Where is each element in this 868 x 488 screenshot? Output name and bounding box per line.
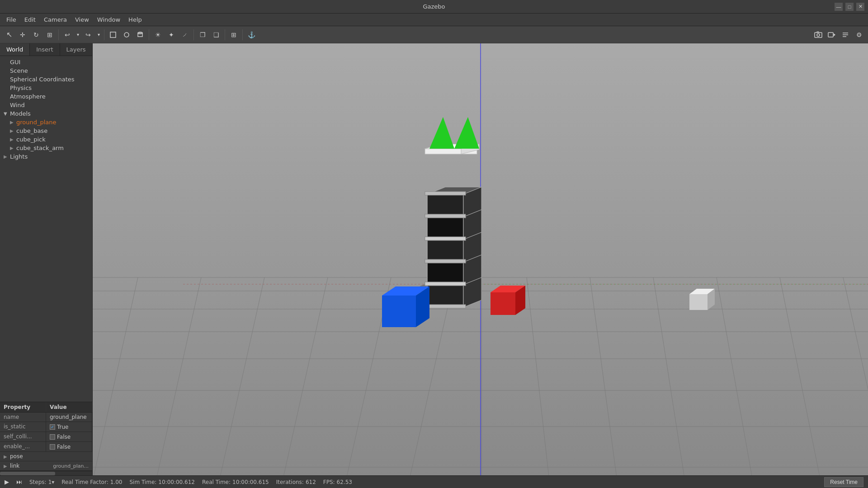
tab-world[interactable]: World — [0, 43, 30, 56]
steps-label: Steps: — [29, 479, 47, 485]
tab-layers[interactable]: Layers — [60, 43, 93, 56]
undo-dropdown[interactable]: ▾ — [75, 28, 81, 41]
tree-item-cube-pick[interactable]: ▶ cube_pick — [0, 135, 92, 144]
horizontal-scrollbar[interactable] — [0, 471, 92, 475]
tree-label-cube-base: cube_base — [16, 127, 47, 134]
svg-rect-68 — [382, 296, 416, 327]
snap-button[interactable]: ⚓ — [245, 28, 258, 41]
step-button[interactable]: ⏭ — [16, 479, 22, 485]
align-button[interactable]: ⊞ — [227, 28, 240, 41]
tab-insert[interactable]: Insert — [30, 43, 60, 56]
svg-rect-4 — [815, 33, 822, 38]
cylinder-shape-button[interactable] — [134, 28, 146, 41]
options-button[interactable]: ⚙ — [853, 28, 865, 41]
record-button[interactable] — [826, 28, 838, 41]
svg-marker-8 — [834, 33, 835, 36]
undo-button[interactable]: ↩ — [61, 28, 74, 41]
tree-item-lights[interactable]: ▶ Lights — [0, 152, 92, 161]
scale-tool[interactable]: ⊞ — [43, 28, 56, 41]
fps-label: FPS: — [323, 479, 335, 485]
enable-checkbox[interactable]: ✓ — [50, 444, 55, 450]
menu-help[interactable]: Help — [125, 15, 146, 24]
tree-item-models[interactable]: ▼ Models — [0, 109, 92, 118]
menu-camera[interactable]: Camera — [40, 15, 71, 24]
steps-dropdown[interactable]: 1▾ — [48, 479, 55, 485]
reset-time-button[interactable]: Reset Time — [824, 477, 863, 487]
arrow-models: ▼ — [4, 111, 10, 116]
tree-label-scene: Scene — [10, 67, 28, 74]
menu-file[interactable]: File — [3, 15, 20, 24]
svg-rect-74 — [689, 294, 708, 310]
props-header-property: Property — [0, 402, 46, 412]
svg-rect-46 — [425, 282, 466, 286]
tree-item-gui[interactable]: GUI — [0, 58, 92, 66]
tree-item-ground-plane[interactable]: ▶ ground_plane — [0, 118, 92, 127]
svg-rect-53 — [427, 217, 463, 239]
viewport[interactable] — [93, 43, 868, 475]
maximize-button[interactable]: □ — [845, 3, 854, 11]
tree-label-models: Models — [10, 110, 31, 117]
svg-rect-56 — [425, 237, 466, 240]
tree-item-spherical-coords[interactable]: Spherical Coordinates — [0, 75, 92, 84]
play-button[interactable]: ▶ — [5, 479, 9, 485]
log-button[interactable] — [839, 28, 852, 41]
arrow-link: ▶ — [4, 464, 10, 469]
sphere-shape-button[interactable] — [120, 28, 133, 41]
tree-item-physics[interactable]: Physics — [0, 84, 92, 92]
is-static-checkbox[interactable]: ✓ — [50, 424, 55, 430]
svg-rect-43 — [427, 262, 463, 285]
properties-panel: Property Value name ground_plane is_stat… — [0, 402, 92, 471]
props-row-link[interactable]: ▶ link ground_plan... — [0, 461, 92, 471]
arrow-cube-pick: ▶ — [10, 137, 16, 142]
menu-view[interactable]: View — [71, 15, 93, 24]
props-value-is-static[interactable]: ✓ True — [46, 422, 92, 432]
menu-window[interactable]: Window — [94, 15, 124, 24]
tree-label-wind: Wind — [10, 102, 25, 108]
tree-item-cube-stack-arm[interactable]: ▶ cube_stack_arm — [0, 144, 92, 152]
sun-light-button[interactable]: ☀ — [151, 28, 164, 41]
tree-item-atmosphere[interactable]: Atmosphere — [0, 92, 92, 101]
menu-edit[interactable]: Edit — [21, 15, 39, 24]
fps-value: 62.53 — [337, 479, 352, 485]
menubar: File Edit Camera View Window Help — [0, 14, 868, 26]
props-label-pose: pose — [10, 453, 23, 460]
sim-time-value: 10:00:00.612 — [158, 479, 195, 485]
sim-time-item: Sim Time: 10:00:00.612 — [129, 479, 195, 485]
svg-rect-62 — [425, 192, 466, 195]
spot-light-button[interactable]: ⟋ — [179, 28, 191, 41]
sep1 — [58, 29, 59, 40]
svg-rect-58 — [427, 194, 463, 217]
props-header: Property Value — [0, 402, 92, 413]
box-shape-button[interactable] — [107, 28, 119, 41]
close-button[interactable]: ✕ — [856, 3, 864, 11]
translate-tool[interactable]: ✛ — [16, 28, 29, 41]
minimize-button[interactable]: — — [835, 3, 843, 11]
select-tool[interactable]: ↖ — [3, 28, 15, 41]
svg-rect-51 — [425, 259, 466, 263]
redo-button[interactable]: ↪ — [82, 28, 94, 41]
screenshot-button[interactable] — [812, 28, 825, 41]
arrow-cube-stack-arm: ▶ — [10, 145, 16, 150]
window-title: Gazebo — [423, 3, 445, 10]
props-value-enable[interactable]: ✓ False — [46, 442, 92, 451]
props-row-pose[interactable]: ▶ pose — [0, 452, 92, 461]
svg-point-5 — [817, 33, 820, 36]
tree-item-scene[interactable]: Scene — [0, 66, 92, 75]
arrow-cube-base: ▶ — [10, 128, 16, 133]
self-collide-checkbox[interactable]: ✓ — [50, 434, 55, 440]
svg-rect-71 — [491, 292, 515, 315]
point-light-button[interactable]: ✦ — [165, 28, 178, 41]
tree-label-cube-pick: cube_pick — [16, 136, 46, 143]
copy-button[interactable]: ❐ — [196, 28, 209, 41]
left-panel: World Insert Layers GUI Scene Spherical … — [0, 43, 93, 475]
redo-dropdown[interactable]: ▾ — [95, 28, 102, 41]
tree-item-cube-base[interactable]: ▶ cube_base — [0, 127, 92, 135]
props-value-name[interactable]: ground_plane — [46, 413, 92, 422]
props-value-self-collide[interactable]: ✓ False — [46, 432, 92, 441]
scrollbar-thumb[interactable] — [0, 472, 55, 475]
rotate-tool[interactable]: ↻ — [30, 28, 42, 41]
window-controls[interactable]: — □ ✕ — [835, 3, 864, 11]
tree-item-wind[interactable]: Wind — [0, 101, 92, 109]
real-time-value: 10:00:00.615 — [232, 479, 269, 485]
paste-button[interactable]: ❑ — [210, 28, 222, 41]
